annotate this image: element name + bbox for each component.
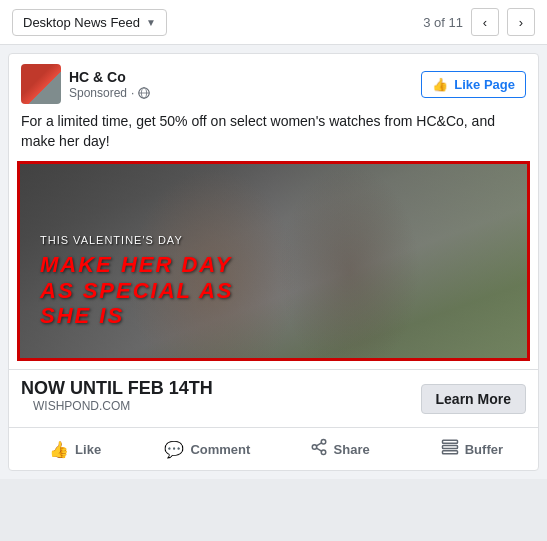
pagination: 3 of 11 ‹ › — [423, 8, 535, 36]
svg-rect-9 — [442, 446, 457, 449]
ad-text-overlay: THIS VALENTINE'S DAY MAKE HER DAYAS SPEC… — [40, 234, 233, 328]
buffer-icon — [441, 438, 459, 460]
share-action-button[interactable]: Share — [274, 430, 406, 468]
like-page-label: Like Page — [454, 77, 515, 92]
ad-headline: NOW UNTIL FEB 14TH — [21, 378, 213, 399]
like-page-button[interactable]: 👍 Like Page — [421, 71, 526, 98]
avatar — [21, 64, 61, 104]
avatar-image — [21, 64, 61, 104]
feed-selector-button[interactable]: Desktop News Feed ▼ — [12, 9, 167, 36]
sponsored-line: Sponsored · — [69, 86, 150, 100]
outer-container: Desktop News Feed ▼ 3 of 11 ‹ › HC & Co — [0, 0, 547, 479]
svg-line-7 — [316, 443, 321, 446]
prev-icon: ‹ — [483, 15, 487, 30]
comment-label: Comment — [190, 442, 250, 457]
next-icon: › — [519, 15, 523, 30]
next-button[interactable]: › — [507, 8, 535, 36]
ad-cta-row: NOW UNTIL FEB 14TH WISHPOND.COM Learn Mo… — [9, 370, 538, 427]
svg-rect-8 — [442, 440, 457, 443]
card-header: HC & Co Sponsored · 👍 Like Page — [9, 54, 538, 112]
ad-image: THIS VALENTINE'S DAY MAKE HER DAYAS SPEC… — [17, 161, 530, 361]
action-bar: 👍 Like 💬 Comment Share — [9, 427, 538, 470]
chevron-down-icon: ▼ — [146, 17, 156, 28]
prev-button[interactable]: ‹ — [471, 8, 499, 36]
like-action-button[interactable]: 👍 Like — [9, 432, 141, 467]
sponsored-label: Sponsored — [69, 86, 127, 100]
like-icon: 👍 — [49, 440, 69, 459]
like-label: Like — [75, 442, 101, 457]
advertiser-name: HC & Co — [69, 68, 150, 86]
overlay-title: MAKE HER DAYAS SPECIAL ASSHE IS — [40, 252, 233, 328]
ad-headline-group: NOW UNTIL FEB 14TH WISHPOND.COM — [21, 378, 213, 419]
share-icon — [310, 438, 328, 460]
comment-action-button[interactable]: 💬 Comment — [141, 432, 273, 467]
page-count: 3 of 11 — [423, 15, 463, 30]
comment-icon: 💬 — [164, 440, 184, 459]
buffer-action-button[interactable]: Buffer — [406, 430, 538, 468]
ad-card: HC & Co Sponsored · 👍 Like Page — [8, 53, 539, 471]
thumbs-up-icon: 👍 — [432, 77, 448, 92]
svg-rect-10 — [442, 451, 457, 454]
ad-domain: WISHPOND.COM — [21, 399, 213, 419]
ad-footer: NOW UNTIL FEB 14TH WISHPOND.COM Learn Mo… — [9, 369, 538, 427]
feed-selector-label: Desktop News Feed — [23, 15, 140, 30]
learn-more-button[interactable]: Learn More — [421, 384, 526, 414]
advertiser-info: HC & Co Sponsored · — [21, 64, 150, 104]
dot-separator: · — [131, 86, 134, 100]
buffer-label: Buffer — [465, 442, 503, 457]
top-bar: Desktop News Feed ▼ 3 of 11 ‹ › — [0, 0, 547, 45]
share-label: Share — [334, 442, 370, 457]
advertiser-details: HC & Co Sponsored · — [69, 68, 150, 100]
overlay-subtitle: THIS VALENTINE'S DAY — [40, 234, 233, 246]
ad-body-text: For a limited time, get 50% off on selec… — [9, 112, 538, 161]
svg-line-6 — [316, 448, 321, 451]
globe-icon — [138, 87, 150, 99]
